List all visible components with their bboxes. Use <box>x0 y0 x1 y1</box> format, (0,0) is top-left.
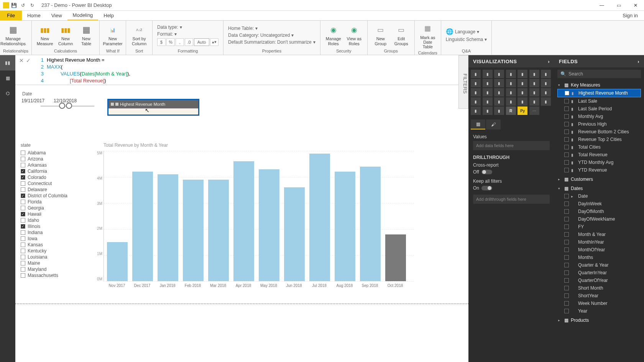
maximize-button[interactable]: ▭ <box>610 0 627 11</box>
viz-type-icon[interactable]: ▮ <box>483 106 493 115</box>
checkbox[interactable] <box>21 181 25 186</box>
state-item[interactable]: Kentucky <box>21 248 94 254</box>
menu-modeling[interactable]: Modeling <box>67 11 99 20</box>
new-parameter-button[interactable]: 📊New Parameter <box>103 23 123 46</box>
field-item[interactable]: QuarterOfYear <box>557 277 641 284</box>
field-table-header[interactable]: ▾▦Key Measures <box>557 81 641 89</box>
field-checkbox[interactable] <box>564 160 569 165</box>
chart-bar[interactable] <box>132 172 153 281</box>
checkbox[interactable] <box>21 242 25 247</box>
field-checkbox[interactable] <box>564 309 569 313</box>
viz-type-icon[interactable]: ▮ <box>518 88 527 97</box>
fields-search[interactable]: 🔍 Search <box>557 70 641 78</box>
state-item[interactable]: Arkansas <box>21 162 94 168</box>
format-tab-icon[interactable]: 🖌 <box>486 120 501 129</box>
field-checkbox[interactable] <box>564 270 569 275</box>
viz-type-icon[interactable]: ▮ <box>506 70 516 78</box>
new-table-button[interactable]: New Table <box>76 23 96 46</box>
field-item[interactable]: MonthInYear <box>557 238 641 246</box>
checkbox[interactable] <box>21 151 25 155</box>
viz-type-icon[interactable]: R <box>506 106 516 115</box>
viz-type-icon[interactable]: ▮ <box>529 88 539 97</box>
chart-bar[interactable] <box>335 172 355 281</box>
field-checkbox[interactable] <box>564 247 569 252</box>
edit-groups-button[interactable]: Edit Groups <box>391 23 411 46</box>
field-checkbox[interactable] <box>564 240 569 244</box>
checkbox[interactable]: ✓ <box>21 224 25 229</box>
checkbox[interactable] <box>21 255 25 259</box>
auto-decimals[interactable]: Auto <box>194 38 209 46</box>
state-item[interactable]: Louisiana <box>21 254 94 260</box>
field-checkbox[interactable] <box>564 232 569 237</box>
field-item[interactable]: ▮Highest Revenue Month <box>557 89 641 97</box>
checkbox[interactable]: ✓ <box>21 212 25 216</box>
checkbox[interactable] <box>21 163 25 167</box>
chevron-right-icon[interactable]: › <box>637 59 639 64</box>
more-viz-icon[interactable]: ⋯ <box>529 106 539 115</box>
cross-report-toggle[interactable] <box>481 170 492 174</box>
language-dropdown[interactable]: Language <box>455 29 475 34</box>
field-checkbox[interactable] <box>564 201 569 206</box>
decimal-button[interactable]: .0 <box>185 38 193 46</box>
state-item[interactable]: ✓Hawaii <box>21 211 94 217</box>
field-checkbox[interactable] <box>564 278 569 283</box>
field-checkbox[interactable] <box>564 209 569 214</box>
field-item[interactable]: ▸Date <box>557 192 641 200</box>
state-item[interactable]: ✓California <box>21 169 94 174</box>
state-slicer[interactable]: state AlabamaArizonaArkansas✓California✓… <box>21 143 94 278</box>
state-item[interactable]: Indiana <box>21 230 94 235</box>
field-item[interactable]: ▮Revenue Top 2 Cities <box>557 136 641 143</box>
checkbox[interactable] <box>21 230 25 235</box>
field-item[interactable]: Month & Year <box>557 231 641 238</box>
chart-bar[interactable] <box>158 174 178 281</box>
menu-help[interactable]: Help <box>98 11 119 20</box>
checkbox[interactable] <box>21 157 25 161</box>
viz-type-icon[interactable]: ▮ <box>541 88 551 97</box>
field-item[interactable]: DayOfWeekName <box>557 215 641 223</box>
data-view-icon[interactable]: ▦ <box>0 70 15 86</box>
checkbox[interactable] <box>21 187 25 192</box>
field-checkbox[interactable] <box>564 263 569 267</box>
decimals-spinner[interactable]: ▴▾ <box>210 38 219 46</box>
currency-button[interactable]: $ <box>157 38 166 46</box>
field-item[interactable]: ▮Total Cities <box>557 143 641 151</box>
chart-bar[interactable] <box>183 180 204 281</box>
viz-type-icon[interactable]: ▮ <box>494 88 504 97</box>
state-item[interactable]: ✓District of Columbia <box>21 193 94 198</box>
field-item[interactable]: QuarterInYear <box>557 269 641 277</box>
chart-bar[interactable] <box>360 167 381 281</box>
home-table-dropdown[interactable]: ▾ <box>255 26 258 31</box>
chart-bar[interactable] <box>284 187 305 281</box>
viz-type-icon[interactable]: ▮ <box>506 79 516 87</box>
field-item[interactable]: ▮Total Revenue <box>557 151 641 159</box>
state-item[interactable]: Idaho <box>21 218 94 223</box>
viz-type-icon[interactable]: ▮ <box>494 106 504 115</box>
field-item[interactable]: DayOfMonth <box>557 208 641 215</box>
fields-tab-icon[interactable]: ▦ <box>471 120 485 129</box>
state-item[interactable]: Iowa <box>21 236 94 241</box>
field-item[interactable]: ▮Revenue Bottom 2 Cities <box>557 128 641 136</box>
checkbox[interactable] <box>21 200 25 204</box>
state-item[interactable]: Kansas <box>21 242 94 247</box>
field-item[interactable]: FY <box>557 223 641 231</box>
field-checkbox[interactable] <box>564 114 569 119</box>
field-checkbox[interactable] <box>564 286 569 290</box>
state-item[interactable]: Arizona <box>21 156 94 162</box>
field-item[interactable]: ▮Monthly Avg <box>557 113 641 120</box>
state-item[interactable]: Connecticut <box>21 181 94 186</box>
comma-button[interactable]: , <box>176 38 184 46</box>
viz-type-icon[interactable]: Py <box>518 106 527 115</box>
chevron-right-icon[interactable]: › <box>548 59 550 64</box>
date-end[interactable]: 12/10/2018 <box>54 98 77 103</box>
viz-type-icon[interactable]: ▮ <box>471 106 481 115</box>
field-table-header[interactable]: ▸▦Customers <box>557 175 641 183</box>
state-item[interactable]: Maryland <box>21 267 94 272</box>
field-item[interactable]: ▮Previous High <box>557 120 641 128</box>
state-item[interactable]: Alabama <box>21 150 94 156</box>
chart-bar[interactable] <box>233 161 254 281</box>
viz-type-icon[interactable]: ▮ <box>529 97 539 106</box>
viz-type-icon[interactable]: ▮ <box>483 70 493 78</box>
save-icon[interactable]: 💾 <box>9 1 18 10</box>
state-item[interactable]: Maine <box>21 260 94 266</box>
bar-chart-visual[interactable]: Total Revenue by Month & Year 5M4M3M2M1M… <box>104 143 414 288</box>
